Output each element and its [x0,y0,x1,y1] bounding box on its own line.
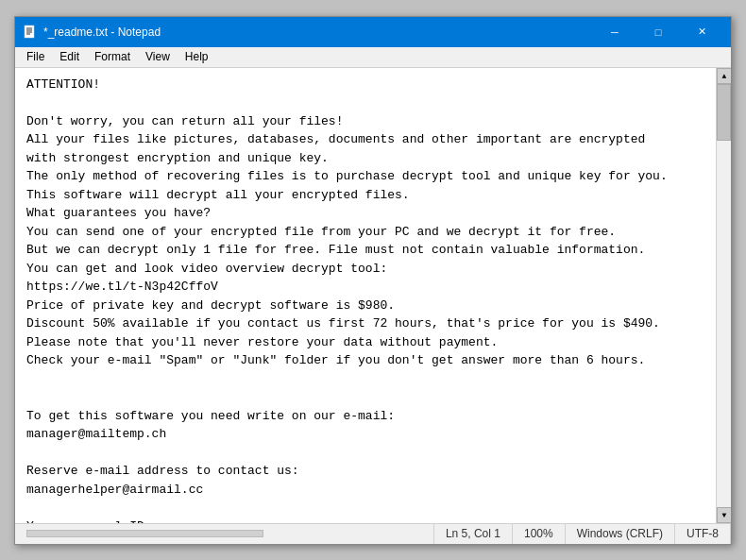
scroll-thumb[interactable] [717,84,731,141]
app-icon [23,25,38,40]
scroll-track[interactable] [717,84,731,507]
menu-bar: File Edit Format View Help [15,47,731,68]
encoding: UTF-8 [675,524,731,544]
status-bar: Ln 5, Col 1 100% Windows (CRLF) UTF-8 [15,523,731,544]
vertical-scrollbar[interactable]: ▲ ▼ [716,68,731,523]
line-ending: Windows (CRLF) [566,524,675,544]
notepad-window: *_readme.txt - Notepad ─ □ ✕ File Edit F… [14,16,732,545]
menu-file[interactable]: File [19,48,52,65]
cursor-position: Ln 5, Col 1 [434,524,513,544]
menu-edit[interactable]: Edit [52,48,87,65]
maximize-button[interactable]: □ [636,17,680,47]
window-controls: ─ □ ✕ [593,17,723,47]
menu-help[interactable]: Help [178,48,216,65]
scroll-up-button[interactable]: ▲ [717,68,731,84]
window-title: *_readme.txt - Notepad [43,25,593,39]
text-editor[interactable] [15,68,716,523]
scroll-down-button[interactable]: ▼ [717,507,731,523]
zoom-level: 100% [513,524,566,544]
menu-view[interactable]: View [138,48,178,65]
status-scroll-area [15,524,434,544]
menu-format[interactable]: Format [87,48,138,65]
editor-area: ▲ ▼ [15,68,731,523]
minimize-button[interactable]: ─ [593,17,636,47]
title-bar: *_readme.txt - Notepad ─ □ ✕ [15,17,731,47]
close-button[interactable]: ✕ [680,17,723,47]
